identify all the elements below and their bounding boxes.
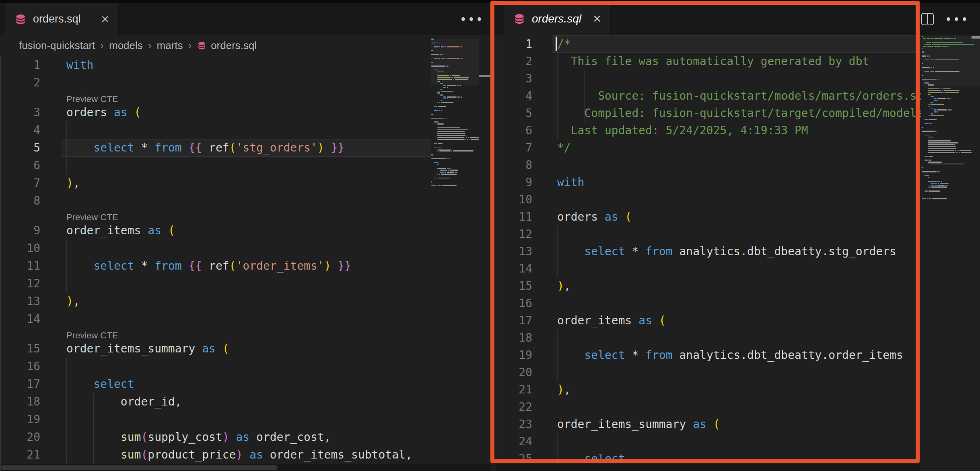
- code-line-7[interactable]: 7*/: [496, 139, 921, 156]
- code-line-8[interactable]: 8: [496, 156, 921, 174]
- code-line-9[interactable]: 9with: [496, 174, 921, 191]
- minimap-line: [431, 174, 479, 175]
- line-number: 3: [0, 104, 40, 121]
- database-icon: [513, 12, 526, 25]
- code-line-11[interactable]: 11orders as (: [496, 208, 921, 225]
- code-line-12[interactable]: 12: [496, 225, 921, 243]
- code-line-5[interactable]: 5 select * from {{ ref('stg_orders') }}: [0, 139, 431, 157]
- code-line-2[interactable]: 2: [0, 74, 431, 92]
- code-line-18[interactable]: 18 order_id,: [0, 393, 431, 411]
- split-editor-icon[interactable]: [921, 13, 934, 25]
- code-line-1[interactable]: 1with: [0, 56, 431, 74]
- minimap-line: [431, 147, 479, 148]
- minimap-line: [431, 98, 479, 100]
- tab-orders-sql-left[interactable]: orders.sql ✕: [5, 3, 119, 35]
- database-icon: [14, 13, 27, 26]
- code-line-5[interactable]: 5 Compiled: fusion-quickstart/target/com…: [496, 104, 921, 122]
- more-actions-icon[interactable]: [461, 17, 481, 21]
- breadcrumb-item-fusion-quickstart[interactable]: fusion-quickstart: [19, 39, 95, 52]
- code-line-23[interactable]: 23order_items_summary as (: [496, 416, 921, 433]
- line-number: 2: [0, 74, 40, 92]
- code-line-21[interactable]: 21 sum(product_price) as order_items_sub…: [0, 446, 431, 464]
- code-line-1[interactable]: 1/*: [496, 35, 921, 53]
- horizontal-scrollbar[interactable]: [496, 464, 920, 471]
- code-line-16[interactable]: 16: [0, 358, 431, 375]
- code-line-6[interactable]: 6: [0, 157, 431, 174]
- minimap-line: [431, 172, 479, 173]
- minimap-line: [431, 118, 479, 119]
- code-line-3[interactable]: 3orders as (: [0, 104, 431, 121]
- minimap-line: [431, 116, 479, 117]
- minimap-line: [431, 154, 479, 156]
- minimap-line: [431, 185, 479, 186]
- close-icon[interactable]: ✕: [593, 14, 601, 24]
- code-line-20[interactable]: 20: [496, 364, 921, 381]
- code-line-19[interactable]: 19 select * from analytics.dbt_dbeatty.o…: [496, 346, 921, 364]
- right-code-area[interactable]: 1/*2 This file was automatically generat…: [496, 35, 921, 471]
- minimap-line: [431, 125, 479, 127]
- minimap-line: [431, 127, 479, 129]
- minimap-line: [431, 110, 479, 111]
- code-line-22[interactable]: 22: [496, 398, 921, 416]
- minimap-line: [431, 137, 479, 138]
- codelens-preview-cte[interactable]: Preview CTE: [0, 210, 431, 222]
- close-icon[interactable]: ✕: [101, 14, 109, 25]
- vertical-scrollbar[interactable]: [479, 35, 490, 464]
- code-line-11[interactable]: 11 select * from {{ ref('order_items') }…: [0, 257, 431, 275]
- code-line-6[interactable]: 6 Last updated: 5/24/2025, 4:19:33 PM: [496, 122, 921, 139]
- code-line-15[interactable]: 15order_items_summary as (: [0, 340, 431, 358]
- line-number: 9: [496, 174, 532, 191]
- code-line-9[interactable]: 9order_items as (: [0, 222, 431, 240]
- code-text: order_items_summary as (: [66, 340, 229, 358]
- minimap-slider[interactable]: [431, 39, 479, 85]
- horizontal-scrollbar[interactable]: [0, 464, 490, 471]
- codelens-preview-cte[interactable]: Preview CTE: [0, 328, 431, 340]
- code-line-3[interactable]: 3: [496, 70, 921, 87]
- horizontal-scrollbar-thumb[interactable]: [1, 465, 278, 470]
- codelens-preview-cte[interactable]: Preview CTE: [0, 92, 431, 104]
- code-line-2[interactable]: 2 This file was automatically generated …: [496, 53, 921, 70]
- breadcrumb[interactable]: fusion-quickstart›models›marts›orders.sq…: [0, 35, 431, 56]
- code-line-4[interactable]: 4: [0, 121, 431, 139]
- code-line-14[interactable]: 14: [496, 260, 921, 277]
- line-number: 4: [496, 87, 532, 104]
- code-line-20[interactable]: 20 sum(supply_cost) as order_cost,: [0, 428, 431, 446]
- minimap[interactable]: [431, 39, 479, 207]
- line-number: 4: [0, 121, 40, 139]
- code-line-17[interactable]: 17 select: [0, 375, 431, 393]
- indent-guide: [93, 411, 94, 428]
- minimap-line: [431, 102, 479, 103]
- breadcrumb-item-marts[interactable]: marts: [156, 39, 183, 52]
- code-line-10[interactable]: 10: [0, 240, 431, 257]
- line-number: 6: [0, 157, 40, 174]
- line-number: 11: [496, 208, 532, 225]
- code-line-21[interactable]: 21),: [496, 381, 921, 398]
- minimap-line: [431, 106, 479, 107]
- code-line-7[interactable]: 7),: [0, 174, 431, 192]
- tab-orders-sql-right-preview[interactable]: orders.sql ✕: [504, 3, 611, 35]
- left-editor-group: orders.sql ✕ fusion-quickstart›models›ma…: [0, 0, 496, 471]
- code-text: order_items_summary as (: [557, 416, 720, 433]
- code-line-10[interactable]: 10: [496, 191, 921, 208]
- vertical-scrollbar[interactable]: [972, 35, 980, 471]
- code-line-13[interactable]: 13 select * from analytics.dbt_dbeatty.s…: [496, 243, 921, 260]
- code-line-16[interactable]: 16: [496, 295, 921, 312]
- code-line-12[interactable]: 12: [0, 275, 431, 293]
- code-line-8[interactable]: 8: [0, 192, 431, 210]
- code-line-18[interactable]: 18: [496, 329, 921, 346]
- code-line-14[interactable]: 14: [0, 310, 431, 328]
- more-actions-icon[interactable]: [947, 17, 966, 21]
- code-line-24[interactable]: 24: [496, 433, 921, 450]
- code-line-4[interactable]: 4 Source: fusion-quickstart/models/marts…: [496, 87, 921, 104]
- left-code-area[interactable]: 1with2Preview CTE3orders as (45 select *…: [0, 56, 431, 464]
- code-text: order_items as (: [557, 312, 666, 329]
- minimap-line: [431, 92, 479, 94]
- code-line-13[interactable]: 13),: [0, 293, 431, 310]
- indent-guide: [557, 225, 558, 243]
- code-line-19[interactable]: 19: [0, 411, 431, 428]
- code-line-17[interactable]: 17order_items as (: [496, 312, 921, 329]
- minimap-line: [431, 166, 479, 167]
- breadcrumb-item-models[interactable]: models: [109, 39, 143, 52]
- code-line-15[interactable]: 15),: [496, 277, 921, 295]
- breadcrumb-item-file[interactable]: orders.sql: [197, 39, 257, 52]
